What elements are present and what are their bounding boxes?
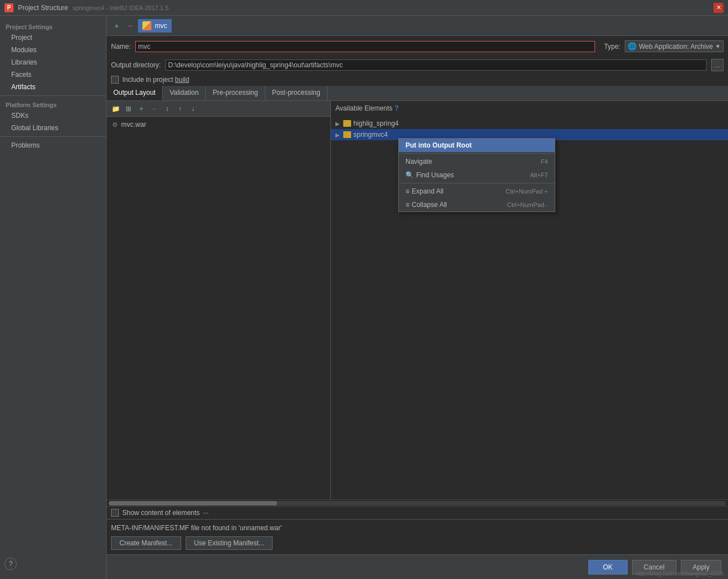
folder-toolbar-button[interactable]: 📁: [110, 103, 121, 114]
folder-icon-springmvc4: [343, 131, 351, 138]
show-content-label: Show content of elements: [122, 509, 200, 517]
content-area: + − mvc Name: Type: 🌐 Web Application: A…: [107, 16, 728, 579]
sidebar-help: ?: [0, 553, 106, 575]
remove-artifact-button[interactable]: −: [125, 20, 136, 31]
platform-settings-section: Platform Settings: [0, 98, 106, 109]
main-container: Project Settings Project Modules Librari…: [0, 16, 728, 579]
context-menu-shortcut-3: Ctrl+NumPad +: [505, 188, 548, 195]
sidebar-item-problems[interactable]: Problems: [0, 139, 106, 151]
up-toolbar-button[interactable]: ↑: [174, 103, 186, 114]
available-tree: ▶ highlig_spring4 ▶ springmvc4 Put into …: [331, 116, 728, 499]
app-icon: P: [4, 3, 13, 12]
sidebar-divider: [0, 95, 106, 96]
context-menu-find-usages[interactable]: 🔍 Find Usages Alt+F7: [399, 168, 555, 182]
include-build-label: Include in project build: [122, 76, 189, 84]
output-dir-browse-button[interactable]: ...: [711, 59, 724, 71]
remove-toolbar-button[interactable]: −: [149, 103, 160, 114]
tree-item-mvc-war[interactable]: ⚙ mvc.war: [107, 119, 330, 130]
scrollbar-thumb[interactable]: [109, 501, 277, 506]
avail-arrow-highlig: ▶: [335, 121, 341, 127]
sidebar-item-artifacts[interactable]: Artifacts: [0, 81, 106, 93]
name-label: Name:: [111, 43, 131, 50]
bottom-buttons: Create Manifest... Use Existing Manifest…: [111, 536, 724, 550]
sidebar-item-global-libraries[interactable]: Global Libraries: [0, 122, 106, 134]
name-input[interactable]: [138, 43, 592, 50]
module-toolbar-button[interactable]: ⊞: [123, 103, 134, 114]
tab-pre-processing[interactable]: Pre-processing: [206, 86, 265, 100]
context-menu-sep-2: [399, 183, 555, 183]
available-elements-help[interactable]: ?: [395, 104, 399, 112]
artifact-icon: [142, 21, 151, 30]
avail-arrow-springmvc4: ▶: [335, 132, 341, 138]
find-usages-icon: 🔍: [406, 171, 414, 179]
type-web-icon: 🌐: [628, 42, 637, 50]
context-menu-put-into-root[interactable]: Put into Output Root: [399, 139, 555, 152]
collapse-all-icon: ≡: [406, 201, 409, 209]
tabs-row: Output Layout Validation Pre-processing …: [107, 86, 728, 101]
available-elements-header: Available Elements ?: [331, 101, 728, 116]
tab-output-layout[interactable]: Output Layout: [107, 86, 163, 100]
context-menu-expand-all[interactable]: ≡ Expand All Ctrl+NumPad +: [399, 185, 555, 198]
window-title: Project Structure: [18, 4, 68, 12]
add-toolbar-button[interactable]: +: [136, 103, 147, 114]
include-build-checkbox[interactable]: [111, 76, 119, 84]
content-toolbar: + − mvc: [107, 16, 728, 36]
gear-icon: ⚙: [111, 121, 119, 128]
output-layout-panel: 📁 ⊞ + − ↕ ↑ ↓ ⚙ mvc.war: [107, 101, 331, 499]
sidebar-item-modules[interactable]: Modules: [0, 44, 106, 56]
tab-validation[interactable]: Validation: [163, 86, 206, 100]
sort-toolbar-button[interactable]: ↕: [162, 103, 173, 114]
create-manifest-button[interactable]: Create Manifest...: [111, 536, 181, 550]
type-select-text: Web Application: Archive: [639, 43, 713, 50]
sidebar-item-libraries[interactable]: Libraries: [0, 56, 106, 68]
output-dir-label: Output directory:: [111, 61, 161, 69]
project-settings-section: Project Settings: [0, 20, 106, 31]
add-artifact-button[interactable]: +: [111, 20, 122, 31]
available-elements-panel: Available Elements ? ▶ highlig_spring4 ▶…: [331, 101, 728, 499]
use-existing-manifest-button[interactable]: Use Existing Manifest...: [186, 536, 273, 550]
show-content-ellipsis: ···: [203, 509, 209, 517]
sidebar-item-project[interactable]: Project: [0, 31, 106, 44]
footer: OK Cancel Apply: [107, 554, 728, 579]
expand-all-icon: ≡: [406, 187, 409, 195]
sidebar: Project Settings Project Modules Librari…: [0, 16, 107, 579]
name-input-wrapper: [135, 41, 595, 52]
tab-post-processing[interactable]: Post-processing: [265, 86, 328, 100]
sidebar-item-facets[interactable]: Facets: [0, 68, 106, 81]
close-button[interactable]: ✕: [713, 3, 724, 13]
bottom-warning-area: META-INF/MANIFEST.MF file not found in '…: [107, 519, 728, 554]
watermark: http://blog.csdn.net/wanghao_0206: [636, 571, 724, 577]
output-dir-input[interactable]: [165, 59, 707, 71]
type-label: Type:: [604, 43, 620, 50]
name-type-row: Name: Type: 🌐 Web Application: Archive ▼: [107, 36, 728, 57]
scrollbar-track: [109, 501, 726, 506]
type-select[interactable]: 🌐 Web Application: Archive ▼: [625, 40, 724, 52]
context-menu-sep-1: [399, 153, 555, 154]
context-menu-navigate[interactable]: Navigate F4: [399, 155, 555, 168]
context-menu-shortcut-4: Ctrl+NumPad -: [507, 201, 548, 208]
include-build-row: Include in project build: [107, 73, 728, 86]
type-select-arrow: ▼: [715, 43, 721, 49]
window-path: springmvc4 - IntelliJ IDEA 2017.1.5: [72, 4, 168, 11]
sidebar-divider-2: [0, 136, 106, 137]
sidebar-item-sdks[interactable]: SDKs: [0, 109, 106, 122]
available-elements-label: Available Elements: [335, 104, 393, 112]
help-button[interactable]: ?: [4, 558, 17, 570]
output-layout-toolbar: 📁 ⊞ + − ↕ ↑ ↓: [107, 101, 330, 117]
avail-item-highlig[interactable]: ▶ highlig_spring4: [331, 118, 728, 129]
context-menu: Put into Output Root Navigate F4 🔍 Find …: [398, 138, 555, 212]
show-content-row: Show content of elements ···: [107, 506, 728, 519]
context-menu-shortcut-1: F4: [541, 158, 548, 165]
title-bar: P Project Structure springmvc4 - Intelli…: [0, 0, 728, 16]
output-dir-row: Output directory: ...: [107, 57, 728, 73]
artifact-item[interactable]: mvc: [138, 19, 172, 33]
output-tree: ⚙ mvc.war: [107, 117, 330, 499]
ok-button[interactable]: OK: [588, 560, 628, 575]
layout-area: 📁 ⊞ + − ↕ ↑ ↓ ⚙ mvc.war A: [107, 101, 728, 499]
horizontal-scrollbar[interactable]: [107, 499, 728, 506]
show-content-checkbox[interactable]: [111, 509, 119, 517]
warning-text: META-INF/MANIFEST.MF file not found in '…: [111, 524, 724, 532]
folder-icon-highlig: [343, 120, 351, 127]
down-toolbar-button[interactable]: ↓: [187, 103, 199, 114]
context-menu-collapse-all[interactable]: ≡ Collapse All Ctrl+NumPad -: [399, 198, 555, 212]
